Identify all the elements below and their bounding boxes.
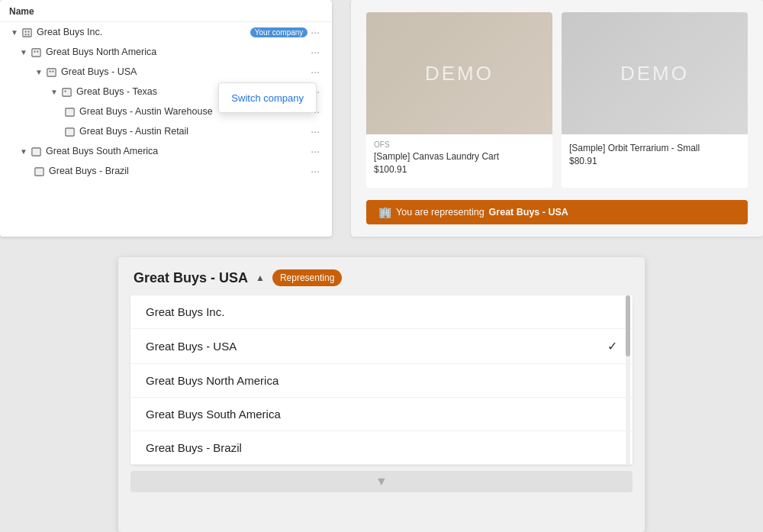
selected-company-title: Great Buys - USA: [134, 270, 248, 286]
representing-company: Great Buys - USA: [489, 207, 568, 218]
building-icon: 🏢: [378, 206, 391, 218]
building-icon: [31, 47, 42, 58]
switch-company-link[interactable]: Switch company: [231, 92, 304, 104]
chevron-icon: ▼: [34, 66, 44, 77]
dropdown-item-label: Great Buys South America: [146, 408, 617, 421]
representing-badge: Representing: [272, 269, 342, 286]
dropdown-item-great-buys-inc[interactable]: Great Buys Inc.: [130, 295, 633, 329]
building-icon: [61, 86, 72, 98]
chevron-icon: ▼: [9, 27, 20, 37]
product-supplier: OFS: [374, 140, 545, 149]
building-icon: [31, 146, 42, 157]
switch-company-popup: Switch company: [218, 82, 317, 113]
tree-item-label: Great Buys South America: [46, 146, 307, 156]
dropdown-item-label: Great Buys Inc.: [146, 305, 617, 318]
tree-item-south-america[interactable]: ▼ Great Buys South America ···: [0, 141, 332, 161]
product-price: $100.91: [374, 164, 545, 175]
svg-rect-9: [50, 70, 51, 72]
dropdown-item-north-america[interactable]: Great Buys North America: [130, 364, 633, 398]
product-demo-image: DEMO: [366, 12, 552, 134]
tree-item-menu[interactable]: ···: [307, 46, 323, 58]
svg-rect-11: [63, 88, 71, 95]
svg-rect-14: [66, 127, 74, 135]
tree-item-label: Great Buys North America: [46, 47, 307, 57]
building-icon: [21, 27, 33, 38]
chevron-icon: ▼: [49, 86, 60, 97]
tree-item-label: Great Buys - Austin Retail: [79, 126, 307, 137]
svg-rect-0: [23, 28, 31, 36]
demo-label: DEMO: [425, 62, 494, 85]
tree-item-north-america[interactable]: ▼ Great Buys North America ···: [0, 42, 332, 62]
chevron-down-icon: ▼: [375, 475, 388, 488]
tree-item-label: Great Buys - USA: [61, 66, 307, 77]
product-card-canvas-laundry[interactable]: DEMO OFS [Sample] Canvas Laundry Cart $1…: [366, 12, 552, 188]
tree-item-menu[interactable]: ···: [307, 66, 323, 78]
product-name: [Sample] Orbit Terrarium - Small: [569, 143, 740, 153]
tree-item-label: Great Buys - Brazil: [49, 166, 307, 176]
dropdown-item-south-america[interactable]: Great Buys South America: [130, 398, 633, 431]
company-tree-panel: Name ▼ Great Buys Inc. Your company ··· …: [0, 0, 332, 237]
svg-rect-2: [27, 31, 29, 32]
tree-header: Name: [0, 0, 332, 22]
product-info: [Sample] Orbit Terrarium - Small $80.91: [562, 134, 748, 172]
tree-item-brazil[interactable]: Great Buys - Brazil ···: [0, 161, 332, 181]
svg-rect-16: [35, 167, 43, 175]
dropdown-item-brazil[interactable]: Great Buys - Brazil: [130, 431, 633, 465]
tree-item-menu[interactable]: ···: [307, 145, 323, 157]
bottom-header: Great Buys - USA ▲ Representing: [118, 257, 645, 295]
your-company-badge: Your company: [250, 27, 308, 37]
products-grid: DEMO OFS [Sample] Canvas Laundry Cart $1…: [351, 0, 763, 200]
scrollbar-track: [626, 295, 630, 465]
scroll-down-button[interactable]: ▼: [130, 471, 633, 492]
tree-item-great-buys-inc[interactable]: ▼ Great Buys Inc. Your company ···: [0, 22, 332, 42]
svg-rect-8: [47, 68, 56, 76]
tree-item-menu[interactable]: ···: [307, 165, 323, 177]
tree-item-austin-retail[interactable]: Great Buys - Austin Retail ···: [0, 121, 332, 141]
dropdown-item-great-buys-usa[interactable]: Great Buys - USA ✓: [130, 329, 633, 364]
svg-rect-7: [37, 50, 38, 52]
building-icon: [64, 126, 76, 137]
product-image: DEMO: [562, 12, 748, 134]
product-name: [Sample] Canvas Laundry Cart: [374, 151, 545, 162]
representing-bar[interactable]: 🏢 You are representing Great Buys - USA: [366, 200, 748, 224]
chevron-icon: ▼: [18, 146, 29, 156]
product-info: OFS [Sample] Canvas Laundry Cart $100.91: [366, 134, 552, 181]
caret-up-icon: ▲: [256, 272, 265, 283]
dropdown-item-label: Great Buys North America: [146, 374, 617, 387]
dropdown-item-label: Great Buys - USA: [146, 340, 607, 353]
product-image: DEMO: [366, 12, 552, 134]
svg-rect-10: [52, 70, 53, 72]
company-dropdown-panel: Great Buys - USA ▲ Representing Great Bu…: [118, 257, 645, 532]
svg-rect-1: [25, 31, 27, 32]
tree-item-usa[interactable]: ▼ Great Buys - USA ···: [0, 62, 332, 82]
scrollbar-thumb[interactable]: [626, 295, 630, 356]
demo-label: DEMO: [620, 62, 689, 85]
tree-item-label: Great Buys Inc.: [37, 27, 246, 37]
representing-text: You are representing: [396, 207, 485, 218]
chevron-icon: ▼: [18, 47, 29, 57]
building-icon: [34, 166, 45, 177]
product-price: $80.91: [569, 156, 740, 166]
tree-item-menu[interactable]: ···: [307, 125, 323, 137]
products-panel: DEMO OFS [Sample] Canvas Laundry Cart $1…: [351, 0, 763, 237]
building-icon: [46, 66, 57, 78]
svg-rect-3: [25, 34, 27, 35]
building-icon: [64, 106, 76, 118]
svg-rect-15: [32, 147, 40, 155]
tree-item-menu[interactable]: ···: [307, 26, 323, 38]
company-dropdown: Great Buys Inc. Great Buys - USA ✓ Great…: [130, 295, 633, 465]
dropdown-item-label: Great Buys - Brazil: [146, 441, 617, 454]
svg-rect-13: [66, 108, 74, 115]
svg-rect-5: [32, 48, 40, 56]
product-demo-image: DEMO: [562, 12, 748, 134]
product-card-terrarium[interactable]: DEMO [Sample] Orbit Terrarium - Small $8…: [562, 12, 748, 188]
svg-rect-6: [34, 50, 36, 52]
svg-rect-12: [65, 90, 66, 92]
svg-rect-4: [27, 34, 29, 35]
checkmark-icon: ✓: [607, 339, 617, 353]
